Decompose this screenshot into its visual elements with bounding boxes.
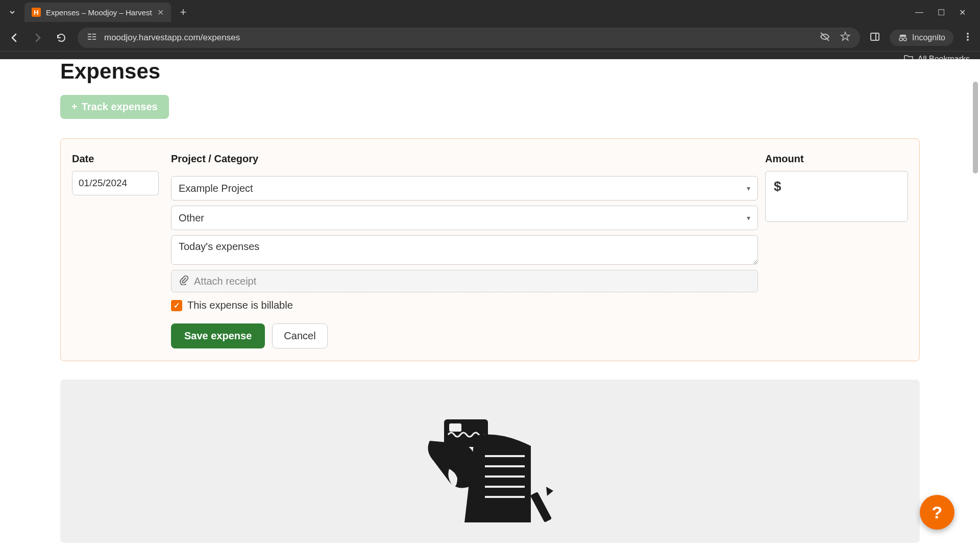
project-label: Project / Category bbox=[171, 153, 758, 165]
project-category-column: Project / Category Example Project ▾ Oth… bbox=[171, 153, 758, 348]
attach-receipt-button[interactable]: Attach receipt bbox=[171, 270, 758, 292]
url-text: moodjoy.harvestapp.com/expenses bbox=[104, 33, 240, 43]
close-icon[interactable]: ✕ bbox=[157, 8, 164, 17]
tab-search-dropdown[interactable] bbox=[4, 4, 20, 20]
date-column: Date bbox=[72, 153, 164, 348]
scrollbar[interactable] bbox=[972, 59, 979, 544]
close-window-icon[interactable]: ✕ bbox=[959, 8, 966, 17]
svg-rect-4 bbox=[88, 39, 91, 40]
browser-tab-active[interactable]: H Expenses – Moodjoy – Harvest ✕ bbox=[24, 3, 171, 22]
billable-checkbox[interactable]: ✓ bbox=[171, 300, 182, 311]
svg-rect-6 bbox=[871, 33, 879, 40]
form-actions: Save expense Cancel bbox=[171, 323, 758, 348]
svg-rect-0 bbox=[88, 34, 91, 35]
chevron-down-icon: ▾ bbox=[747, 214, 750, 222]
notes-textarea[interactable] bbox=[171, 235, 758, 265]
svg-rect-3 bbox=[92, 36, 96, 37]
svg-rect-1 bbox=[92, 34, 96, 35]
help-button[interactable]: ? bbox=[920, 495, 954, 530]
svg-rect-14 bbox=[449, 423, 461, 432]
page-content: Expenses + Track expenses Date Project /… bbox=[0, 59, 980, 544]
minimize-icon[interactable]: — bbox=[915, 8, 923, 17]
empty-state-panel bbox=[60, 380, 920, 543]
svg-point-9 bbox=[903, 38, 906, 41]
svg-rect-20 bbox=[530, 492, 552, 522]
amount-input[interactable]: $ bbox=[765, 171, 908, 222]
bookmark-star-icon[interactable] bbox=[840, 31, 851, 45]
back-button[interactable] bbox=[7, 31, 21, 45]
billable-checkbox-row[interactable]: ✓ This expense is billable bbox=[171, 299, 758, 311]
tab-title: Expenses – Moodjoy – Harvest bbox=[46, 8, 152, 17]
amount-label: Amount bbox=[765, 153, 908, 165]
billable-label: This expense is billable bbox=[187, 299, 293, 311]
address-bar-row: moodjoy.harvestapp.com/expenses Incognit… bbox=[0, 24, 980, 51]
svg-point-11 bbox=[967, 36, 969, 38]
amount-column: Amount $ bbox=[765, 153, 908, 348]
date-input[interactable] bbox=[72, 171, 159, 195]
incognito-badge[interactable]: Incognito bbox=[890, 30, 953, 46]
track-expenses-button[interactable]: + Track expenses bbox=[60, 95, 169, 119]
expense-form-card: Date Project / Category Example Project … bbox=[60, 138, 920, 361]
new-tab-button[interactable]: + bbox=[175, 6, 192, 19]
date-label: Date bbox=[72, 153, 164, 165]
svg-rect-2 bbox=[88, 36, 91, 37]
svg-point-8 bbox=[899, 38, 902, 41]
page-title: Expenses bbox=[60, 59, 920, 84]
address-bar[interactable]: moodjoy.harvestapp.com/expenses bbox=[78, 28, 860, 48]
reload-button[interactable] bbox=[54, 31, 68, 45]
track-button-label: Track expenses bbox=[82, 101, 158, 113]
attach-label: Attach receipt bbox=[194, 276, 256, 287]
side-panel-icon[interactable] bbox=[869, 31, 880, 44]
site-settings-icon[interactable] bbox=[87, 32, 97, 44]
forward-button[interactable] bbox=[31, 31, 45, 45]
cancel-button[interactable]: Cancel bbox=[272, 323, 327, 348]
plus-icon: + bbox=[71, 101, 78, 113]
svg-marker-21 bbox=[546, 487, 553, 496]
browser-chrome: H Expenses – Moodjoy – Harvest ✕ + — ☐ ✕… bbox=[0, 0, 980, 66]
receipt-illustration-icon bbox=[408, 410, 572, 522]
tab-bar: H Expenses – Moodjoy – Harvest ✕ + — ☐ ✕ bbox=[0, 0, 980, 24]
eye-off-icon[interactable] bbox=[819, 31, 830, 45]
svg-point-10 bbox=[967, 33, 969, 35]
project-value: Example Project bbox=[179, 183, 253, 194]
svg-rect-5 bbox=[92, 39, 96, 40]
maximize-icon[interactable]: ☐ bbox=[938, 8, 945, 17]
paperclip-icon bbox=[179, 275, 189, 288]
tab-favicon-icon: H bbox=[32, 8, 41, 17]
incognito-label: Incognito bbox=[912, 33, 945, 42]
category-select[interactable]: Other ▾ bbox=[171, 206, 758, 230]
chevron-down-icon: ▾ bbox=[747, 184, 750, 192]
currency-symbol: $ bbox=[774, 179, 781, 194]
svg-point-12 bbox=[967, 39, 969, 41]
category-value: Other bbox=[179, 212, 204, 224]
project-select[interactable]: Example Project ▾ bbox=[171, 176, 758, 201]
save-expense-button[interactable]: Save expense bbox=[171, 323, 265, 348]
menu-icon[interactable] bbox=[963, 32, 973, 44]
window-controls: — ☐ ✕ bbox=[915, 8, 976, 17]
scrollbar-thumb[interactable] bbox=[973, 82, 978, 173]
